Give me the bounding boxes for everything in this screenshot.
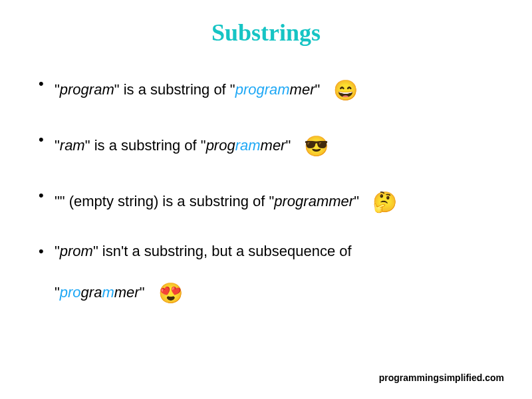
mid-text: " isn't a substring, but a subsequence o… [93,243,352,259]
highlighted-part: ram [235,137,261,154]
substring-text: prom [60,243,93,259]
quote-open-line2: " [55,284,60,301]
word-rest: mer [261,137,286,154]
highlighted-part-3: m [102,284,114,301]
list-item: "ram" is a substring of "programmer" 😎 [39,122,505,170]
substring-text: program [60,81,114,98]
word-full: programmer [274,193,354,209]
word-part-4: mer [114,284,140,301]
quote-close: " [315,81,320,98]
list-item: "program" is a substring of "programmer"… [39,66,505,114]
quote-open: " [55,243,60,259]
mid-text: " is a substring of " [85,137,206,154]
bullet-list: "program" is a substring of "programmer"… [39,66,505,317]
footer-attribution: programmingsimplified.com [379,372,504,383]
thinking-emoji-icon: 🤔 [372,178,397,226]
highlighted-part: program [235,81,290,98]
quote-open: " [55,137,60,154]
quote-close-line2: " [140,284,145,301]
sunglasses-emoji-icon: 😎 [304,122,329,170]
page-title: Substrings [0,19,532,47]
smile-emoji-icon: 😄 [333,66,358,114]
word-pre: prog [206,137,235,154]
list-item: "" (empty string) is a substring of "pro… [39,178,505,226]
content-area: "program" is a substring of "programmer"… [0,66,532,317]
quote-open: " [55,81,60,98]
list-item: "prom" isn't a substring, but a subseque… [39,234,505,317]
word-part-2: gra [81,284,102,301]
quote-close: " [285,137,291,154]
word-rest: mer [290,81,315,98]
item-text: "" (empty string) is a substring of " [55,193,274,209]
quote-close: " [354,193,359,209]
heart-eyes-emoji-icon: 😍 [158,269,183,317]
mid-text: " is a substring of " [114,81,235,98]
substring-text: ram [60,137,85,154]
highlighted-part-1: pro [60,284,81,301]
